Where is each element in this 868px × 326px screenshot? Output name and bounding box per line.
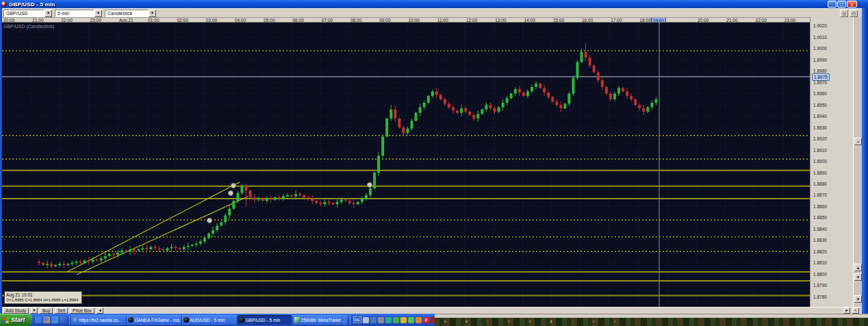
- time-axis-label: 07:00: [322, 18, 333, 23]
- candle-body: [634, 99, 637, 105]
- start-button[interactable]: Start: [0, 314, 32, 326]
- candle-body: [494, 108, 496, 112]
- candle-body: [589, 58, 591, 66]
- candle-body: [617, 88, 620, 94]
- candle-body: [456, 110, 459, 112]
- quick-launch-icon[interactable]: [51, 316, 58, 323]
- scroll-up-icon[interactable]: ▲: [854, 264, 862, 271]
- quick-launch-icon[interactable]: [43, 316, 50, 323]
- candle-body: [79, 262, 82, 263]
- title-bar[interactable]: GBP/USD - 5 min _ □ x: [0, 0, 868, 8]
- symbol-select[interactable]: GBP/USD ▼: [3, 10, 52, 17]
- tray-icon[interactable]: [370, 317, 376, 323]
- candle-body: [290, 195, 293, 197]
- sell-button[interactable]: Sell: [55, 308, 68, 314]
- tray-icon[interactable]: [378, 317, 384, 323]
- candle-body: [50, 264, 53, 266]
- vertical-scrollbar-thumb[interactable]: +: [854, 138, 862, 145]
- candle-body: [472, 115, 475, 118]
- candle-body: [245, 186, 248, 191]
- chart-options-icon[interactable]: ◎: [840, 10, 848, 17]
- screen: { "window": { "title": "GBP/USD - 5 min"…: [0, 0, 868, 326]
- candle-body: [448, 104, 450, 108]
- mt-icon: [294, 317, 300, 323]
- candle-body: [464, 108, 467, 112]
- buy-button[interactable]: Buy: [40, 308, 53, 314]
- interval-select[interactable]: 5 min ▼: [55, 10, 102, 17]
- candle-body: [543, 88, 546, 93]
- candle-body: [253, 197, 256, 199]
- trade-marker: [228, 190, 233, 195]
- time-axis-label: 11:00: [437, 18, 448, 23]
- tray-icon[interactable]: [408, 317, 414, 323]
- tray-icon[interactable]: [400, 317, 407, 323]
- price-axis-label: 1.8830: [813, 237, 827, 243]
- candle-body: [282, 197, 285, 199]
- taskbar: Start https://fx2.oanda.co...OANDA FXGam…: [0, 314, 435, 326]
- tray-icon[interactable]: [393, 317, 399, 323]
- tray-icon[interactable]: [385, 317, 392, 323]
- price-axis-label: 1.9020: [813, 23, 827, 29]
- chevron-down-icon[interactable]: ▼: [94, 10, 102, 17]
- tray-icon[interactable]: [363, 317, 369, 323]
- chevron-down-icon[interactable]: ▼: [44, 10, 52, 17]
- minimize-button[interactable]: _: [828, 1, 837, 8]
- candle-body: [406, 129, 409, 134]
- taskbar-task-button[interactable]: GBP/USD - 5 min: [238, 315, 292, 325]
- taskbar-task-button[interactable]: AUD/USD - 5 min: [182, 315, 236, 325]
- candle-body: [394, 110, 396, 118]
- candle-body: [547, 92, 550, 97]
- print-icon[interactable]: ⎙: [850, 10, 858, 17]
- task-button-group: https://fx2.oanda.co...OANDA FXGame - ro…: [70, 315, 347, 325]
- candle-body: [481, 110, 483, 114]
- time-axis-label: 21:00: [32, 18, 43, 23]
- time-axis-label: 17:00: [611, 18, 622, 23]
- candle-body: [601, 80, 604, 87]
- candle-body: [175, 247, 177, 249]
- quick-launch-icon[interactable]: [35, 316, 42, 323]
- taskbar-task-button[interactable]: OANDA FXGame - ros...: [127, 315, 181, 325]
- vertical-scrollbar[interactable]: + ▲ ▼ ▼: [853, 17, 862, 307]
- taskbar-task-button[interactable]: https://fx2.oanda.co...: [71, 315, 125, 325]
- candle-body: [638, 105, 641, 108]
- candle-body: [311, 199, 314, 201]
- price-box-button[interactable]: Price Box: [70, 308, 94, 314]
- chart-style-select[interactable]: Candlestick ▼: [105, 10, 156, 17]
- language-indicator[interactable]: DE: [353, 316, 361, 323]
- tray-icon[interactable]: 2: [423, 317, 429, 323]
- chart-plot-area[interactable]: GBP/USD (Candlestick) Aug 21 19:01 O=1.8…: [2, 23, 810, 307]
- candle-body: [415, 113, 418, 121]
- task-button-label: OANDA FXGame - ros...: [135, 318, 181, 323]
- scroll-stop-icon[interactable]: ▪: [852, 308, 859, 314]
- candle-body: [539, 84, 541, 88]
- candle-body: [270, 199, 272, 200]
- task-button-label: 259089: MetaTrader ...: [301, 318, 346, 323]
- candle-body: [228, 209, 231, 216]
- time-axis-label: 23:00: [784, 18, 795, 23]
- tray-icon[interactable]: [416, 317, 422, 323]
- quick-launch-icon[interactable]: [60, 316, 66, 323]
- candle-body: [199, 241, 202, 243]
- time-axis-label: Aug 21: [119, 18, 133, 23]
- candle-body: [563, 104, 566, 109]
- scroll-left-icon[interactable]: ◄: [97, 308, 103, 314]
- scroll-right-icon[interactable]: ►: [843, 308, 850, 314]
- taskbar-task-button[interactable]: 259089: MetaTrader ...: [293, 315, 347, 325]
- price-axis-label: 1.8900: [813, 158, 827, 164]
- scroll-down-icon[interactable]: ▼: [854, 295, 862, 303]
- add-study-button[interactable]: Add Study: [3, 308, 29, 314]
- candle-body: [187, 246, 190, 247]
- chevron-down-icon[interactable]: ▼: [149, 10, 156, 17]
- chevron-down-icon[interactable]: ▼: [31, 308, 38, 314]
- window-title: GBP/USD - 5 min: [9, 1, 55, 8]
- candle-body: [88, 260, 90, 262]
- interval-select-value: 5 min: [55, 10, 94, 17]
- candle-body: [402, 127, 405, 133]
- candle-body: [585, 52, 587, 58]
- maximize-button[interactable]: □: [837, 1, 846, 8]
- close-button[interactable]: x: [847, 1, 857, 8]
- scroll-down-icon[interactable]: ▼: [854, 273, 862, 281]
- trade-marker: [231, 183, 235, 188]
- candle-body: [92, 260, 94, 262]
- time-axis-label: 03:00: [206, 18, 217, 23]
